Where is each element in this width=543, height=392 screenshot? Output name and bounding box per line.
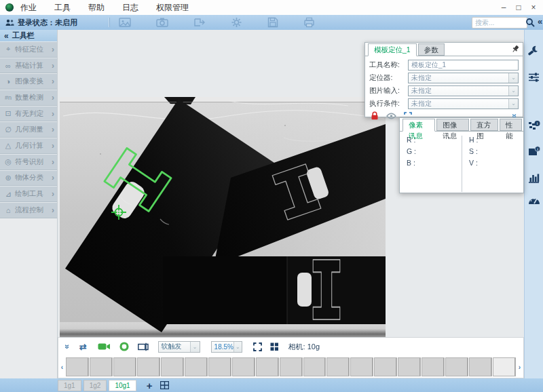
filmstrip-frames[interactable] — [66, 357, 516, 376]
lock-icon[interactable] — [371, 111, 379, 120]
menu-log[interactable]: 日志 — [122, 2, 138, 14]
menu-permissions[interactable]: 权限管理 — [156, 2, 189, 14]
filmstrip-frame[interactable] — [374, 357, 397, 376]
menu-job[interactable]: 作业 — [20, 2, 37, 14]
filmstrip-frame[interactable] — [161, 357, 184, 376]
tab-image-info[interactable]: 图像讯息 — [436, 119, 469, 131]
filmstrip-frame[interactable] — [280, 357, 303, 376]
pin-icon[interactable] — [512, 45, 519, 53]
sidebar-item-label: 几何计算 — [15, 141, 52, 151]
frame-sequence-icon[interactable] — [138, 342, 149, 351]
sidebar-item-count-detect[interactable]: #n 数量检测 › — [0, 90, 57, 106]
dropdown-chevron-icon[interactable]: ⌄ — [233, 342, 242, 352]
menu-help[interactable]: 帮助 — [88, 2, 105, 14]
sidebar-item-geometry-calc[interactable]: △ 几何计算 › — [0, 138, 57, 154]
sidebar-item-image-transform[interactable]: ◑ 图像变换 › — [0, 73, 57, 90]
feature-locate-icon: ⌖ — [3, 45, 13, 54]
multi-view-grid-icon[interactable] — [270, 342, 279, 351]
filmstrip-frame[interactable] — [398, 357, 421, 376]
save-icon[interactable] — [267, 17, 278, 28]
zoom-level-select[interactable]: 18.5% ⌄ — [211, 341, 242, 353]
filmstrip-frame[interactable] — [185, 357, 208, 376]
pixel-info-icon[interactable]: i — [528, 120, 540, 132]
locator-select[interactable]: 未指定 ⌄ — [408, 73, 519, 83]
filmstrip-frame[interactable] — [90, 357, 113, 376]
dropdown-chevron-icon[interactable]: ⌄ — [508, 99, 518, 109]
filmstrip-frame[interactable] — [256, 357, 279, 376]
filmstrip-frame[interactable] — [422, 357, 445, 376]
viewer-collapse-icon[interactable]: » — [64, 345, 70, 349]
tab-pixel-info[interactable]: 像素讯息 — [402, 119, 435, 132]
eye-icon[interactable] — [386, 113, 396, 119]
filmstrip-frame[interactable] — [113, 357, 136, 376]
export-icon[interactable] — [193, 17, 206, 28]
chevron-right-icon: › — [52, 77, 54, 86]
tab-histogram[interactable]: 直方图 — [470, 119, 498, 131]
sidebar-item-draw-tools[interactable]: ⊿ 绘制工具 › — [0, 186, 57, 202]
title-bar: 作业 工具 帮助 日志 权限管理 – □ × — [0, 0, 543, 16]
filmstrip-prev-icon[interactable]: ‹ — [58, 364, 66, 371]
dropdown-chevron-icon[interactable]: ⌄ — [190, 342, 200, 352]
sidebar-item-flow-control[interactable]: ⌂ 流程控制 › — [0, 202, 57, 218]
swap-view-icon[interactable]: ⇄ — [79, 342, 87, 352]
image-info-icon[interactable]: i — [528, 146, 540, 157]
sidebar-item-basic-calc[interactable]: ∞ 基础计算 › — [0, 58, 57, 74]
sidebar-item-feature-locate[interactable]: ⌖ 特征定位 › — [0, 41, 57, 58]
filmstrip-frame[interactable] — [469, 357, 492, 376]
dropdown-chevron-icon[interactable]: ⌄ — [508, 86, 518, 96]
dropdown-chevron-icon[interactable]: ⌄ — [508, 73, 518, 83]
menu-tools[interactable]: 工具 — [54, 2, 71, 14]
open-image-icon[interactable] — [119, 17, 131, 28]
tab-template-locate[interactable]: 模板定位_1 — [368, 43, 417, 56]
camera-icon[interactable] — [156, 17, 168, 28]
filmstrip-frame[interactable] — [137, 357, 160, 376]
tool-name-input[interactable]: 模板定位_1 — [408, 60, 519, 71]
sidebar-item-symbol-recognition[interactable]: ◎ 符号识别 › — [0, 154, 57, 170]
camera-image-view[interactable] — [60, 97, 386, 337]
exec-condition-select[interactable]: 未指定 ⌄ — [408, 98, 519, 109]
settings-gear-icon[interactable] — [231, 17, 242, 28]
performance-gauge-icon[interactable] — [528, 195, 540, 205]
tab-performance[interactable]: 性能 — [500, 119, 522, 131]
wrench-icon[interactable] — [528, 45, 540, 56]
histogram-icon[interactable] — [528, 172, 540, 183]
toolbar-icons — [119, 17, 315, 28]
field-exec-condition: 执行条件: 未指定 ⌄ — [369, 97, 519, 110]
search-icon[interactable] — [525, 18, 535, 27]
scene-tab-10g1[interactable]: 10g1 — [109, 380, 136, 391]
toolbar-collapse-icon[interactable]: « — [538, 16, 542, 26]
close-button[interactable]: × — [528, 3, 539, 12]
sidebar-item-object-classify[interactable]: ⊛ 物体分类 › — [0, 170, 57, 187]
sidebar-item-geometry-measure[interactable]: ∅ 几何测量 › — [0, 121, 57, 138]
fit-view-icon[interactable] — [253, 342, 262, 351]
filmstrip-frame[interactable] — [350, 357, 373, 376]
tab-parameters[interactable]: 参数 — [418, 43, 445, 56]
filmstrip-frame[interactable] — [493, 357, 516, 376]
minimize-button[interactable]: – — [498, 3, 509, 12]
filmstrip-frame[interactable] — [208, 357, 231, 376]
filmstrip-frame[interactable] — [66, 357, 89, 376]
scene-tab-1g1[interactable]: 1g1 — [58, 380, 81, 391]
locator-value: 未指定 — [411, 73, 432, 83]
scene-tab-1g2[interactable]: 1g2 — [83, 380, 107, 391]
filmstrip-next-icon[interactable]: › — [516, 364, 523, 371]
record-ring-icon[interactable] — [119, 342, 129, 351]
object-classify-icon: ⊛ — [3, 174, 13, 182]
print-icon[interactable] — [303, 17, 315, 28]
trigger-mode-select[interactable]: 软触发 ⌄ — [158, 341, 200, 353]
sidebar-collapse-icon[interactable]: « — [4, 31, 9, 41]
sidebar-header[interactable]: « 工具栏 — [0, 30, 57, 41]
search-input[interactable] — [472, 17, 527, 28]
filmstrip-frame[interactable] — [303, 357, 326, 376]
filmstrip-frame[interactable] — [326, 357, 350, 376]
live-video-icon[interactable] — [98, 342, 111, 351]
filmstrip-frame[interactable] — [445, 357, 468, 376]
sidebar-item-presence-check[interactable]: ⊡ 有无判定 › — [0, 106, 57, 122]
adjust-sliders-icon[interactable] — [528, 72, 540, 83]
filmstrip-frame[interactable] — [232, 357, 255, 376]
add-scene-button[interactable]: + — [147, 380, 153, 391]
image-input-select[interactable]: 未指定 ⌄ — [408, 85, 519, 96]
sidebar-item-label: 有无判定 — [15, 109, 52, 119]
scene-grid-icon[interactable] — [160, 381, 169, 389]
maximize-button[interactable]: □ — [513, 3, 524, 12]
